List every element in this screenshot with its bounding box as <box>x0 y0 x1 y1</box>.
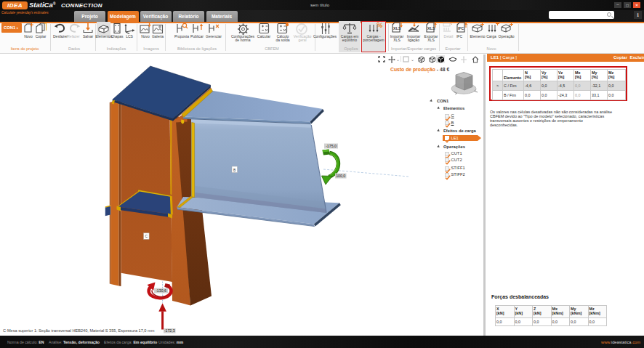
svg-text:100,0: 100,0 <box>336 174 345 178</box>
svg-text:XLS: XLS <box>427 26 435 31</box>
svg-text:XLS: XLS <box>393 26 401 31</box>
svg-text:-130,6: -130,6 <box>156 288 166 293</box>
svg-text:C: C <box>145 234 148 238</box>
svg-text:-175,0: -175,0 <box>326 144 337 148</box>
svg-text:IFC: IFC <box>458 26 464 31</box>
svg-text:-172,3: -172,3 <box>164 328 175 333</box>
